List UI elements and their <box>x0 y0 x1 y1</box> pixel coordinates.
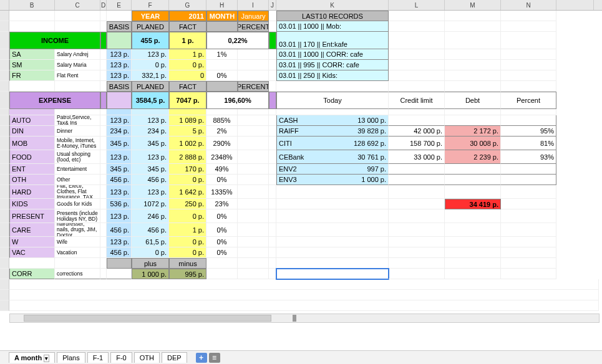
acc-debt[interactable] <box>445 175 501 185</box>
acc-hdr-credit[interactable]: Credit limit <box>389 92 445 109</box>
cell[interactable] <box>389 32 445 49</box>
expense-pct[interactable]: 0% <box>206 247 238 258</box>
row-number[interactable] <box>0 279 9 290</box>
expense-plan[interactable]: 246 p. <box>132 209 169 223</box>
expense-desc[interactable]: Flat, Electr, Clothes, Flat Insurance, T… <box>55 185 100 199</box>
acc-pct[interactable]: 95% <box>501 126 556 136</box>
cell[interactable] <box>389 81 445 92</box>
cell[interactable] <box>269 175 276 185</box>
tab-f0[interactable]: F-0 <box>110 352 132 363</box>
cell[interactable] <box>276 209 389 223</box>
cell[interactable] <box>501 21 556 32</box>
fact-header[interactable]: FACT <box>169 21 206 32</box>
income-plan[interactable]: 0 p. <box>132 60 169 70</box>
cell[interactable] <box>238 247 269 258</box>
last10-row[interactable]: 03.01 || 170 || Ent:kafe <box>276 32 389 49</box>
row-number[interactable] <box>0 247 9 258</box>
percent-header[interactable]: PERCENT <box>238 21 269 32</box>
cell[interactable] <box>269 269 276 279</box>
col-hdr-I[interactable]: I <box>238 0 269 10</box>
acc-credit[interactable]: 42 000 p. <box>389 126 445 136</box>
cell[interactable] <box>269 70 276 81</box>
expense-plan[interactable]: 234 p. <box>132 126 169 136</box>
tab-plans[interactable]: Plans <box>57 352 85 363</box>
month-label[interactable]: MONTH <box>206 11 238 21</box>
row-number[interactable] <box>0 115 9 126</box>
cell[interactable] <box>206 81 238 92</box>
expense-basis[interactable]: 456 p. <box>107 247 132 258</box>
tab-a-month[interactable]: A month▾ <box>9 352 55 363</box>
acc-debt[interactable] <box>445 164 501 175</box>
expense-basis[interactable]: 456 p. <box>107 223 132 237</box>
acc-name[interactable]: CITI128 692 p. <box>276 136 389 150</box>
acc-pct[interactable] <box>501 115 556 126</box>
expense-desc[interactable]: Wife <box>55 237 100 247</box>
expense-fact[interactable]: 0 p. <box>169 175 206 185</box>
cell[interactable] <box>269 21 276 32</box>
cell[interactable] <box>238 223 269 237</box>
expense-plan[interactable]: 345 p. <box>132 136 169 150</box>
cell[interactable] <box>389 185 445 199</box>
cell[interactable] <box>107 11 132 21</box>
cell[interactable] <box>100 269 107 279</box>
expense-code[interactable]: PRESENT <box>9 209 55 223</box>
acc-pct[interactable]: 93% <box>501 150 556 164</box>
cell[interactable] <box>100 11 107 21</box>
cell[interactable] <box>269 150 276 164</box>
cell[interactable] <box>100 109 107 115</box>
horizontal-scrollbar[interactable] <box>9 314 600 323</box>
acc-debt[interactable] <box>445 115 501 126</box>
basis-header[interactable]: BASIS <box>107 81 132 92</box>
expense-plan[interactable]: 123 p. <box>132 185 169 199</box>
cell[interactable] <box>445 32 501 49</box>
expense-pct[interactable]: 0% <box>206 209 238 223</box>
cell[interactable] <box>107 92 132 109</box>
cell[interactable] <box>100 21 107 32</box>
cell[interactable] <box>445 60 501 70</box>
cell[interactable] <box>238 258 269 269</box>
acc-hdr-today[interactable]: Today <box>276 92 389 109</box>
acc-pct[interactable]: 81% <box>501 136 556 150</box>
cell[interactable] <box>107 32 132 49</box>
expense-plan[interactable]: 456 p. <box>132 223 169 237</box>
expense-fact[interactable]: 170 p. <box>169 164 206 175</box>
cell[interactable] <box>9 109 55 115</box>
expense-desc[interactable]: Vacation <box>55 247 100 258</box>
cell[interactable] <box>276 237 389 247</box>
cell[interactable] <box>238 164 269 175</box>
cell[interactable] <box>269 109 276 115</box>
row-number[interactable] <box>0 209 9 223</box>
cell[interactable] <box>100 81 107 92</box>
expense-plan[interactable]: 123 p. <box>132 115 169 126</box>
last10-row[interactable]: 03.01 || 250 || Kids: <box>276 70 389 81</box>
cell[interactable] <box>445 258 501 269</box>
cell[interactable] <box>269 164 276 175</box>
cell[interactable] <box>238 126 269 136</box>
acc-name[interactable]: ENV2997 p. <box>276 164 389 175</box>
cell[interactable] <box>55 21 100 32</box>
cell[interactable] <box>100 70 107 81</box>
col-hdr-M[interactable]: M <box>445 0 501 10</box>
cell[interactable] <box>501 237 556 247</box>
cell[interactable] <box>238 209 269 223</box>
income-basis[interactable]: 123 p. <box>107 70 132 81</box>
expense-desc[interactable]: Usual shoping (food, etc) <box>55 150 100 164</box>
income-title[interactable]: INCOME <box>9 32 100 49</box>
row-number[interactable] <box>0 185 9 199</box>
income-basis[interactable]: 123 p. <box>107 60 132 70</box>
expense-fact[interactable]: 7047 p. <box>169 92 206 109</box>
cell[interactable] <box>269 247 276 258</box>
row-number[interactable] <box>0 150 9 164</box>
corr-code[interactable]: CORR <box>9 269 55 279</box>
cell[interactable] <box>238 49 269 60</box>
cell[interactable] <box>206 258 238 269</box>
cell[interactable] <box>269 49 276 60</box>
cell[interactable] <box>238 109 269 115</box>
cell[interactable] <box>445 81 501 92</box>
cell[interactable] <box>501 247 556 258</box>
tab-oth[interactable]: OTH <box>134 352 160 363</box>
expense-basis[interactable]: 123 p. <box>107 185 132 199</box>
acc-debt[interactable]: 30 008 p. <box>445 136 501 150</box>
row-number[interactable] <box>0 300 9 311</box>
cell[interactable] <box>55 109 100 115</box>
